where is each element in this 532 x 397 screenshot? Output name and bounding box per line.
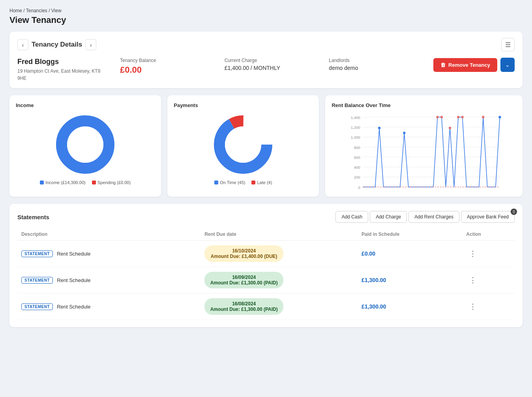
landlords-value: demo demo: [329, 65, 418, 71]
paid-in-schedule-value: £0.00: [362, 250, 375, 257]
spending-legend-dot: [92, 181, 96, 184]
ontime-legend-label: On Time (45): [220, 180, 245, 185]
row-action-menu[interactable]: ⋮: [466, 275, 480, 286]
tenancy-balance-value: £0.00: [120, 65, 209, 75]
breadcrumb: Home / Tenancies / View: [9, 8, 523, 13]
svg-point-23: [403, 132, 406, 134]
page-title: View Tenancy: [9, 15, 523, 25]
income-legend-dot: [40, 181, 44, 184]
row-action-menu[interactable]: ⋮: [466, 301, 480, 312]
ontime-legend-dot: [214, 181, 218, 184]
approve-bank-feed-button[interactable]: Approve Bank Feed: [461, 211, 515, 223]
landlords-label: Landlords: [329, 58, 418, 63]
payments-chart-card: Payments On Time (45) Late (: [167, 95, 319, 197]
tenancy-nav: ‹ Tenancy Details ›: [17, 39, 96, 50]
svg-point-22: [378, 127, 380, 129]
add-charge-button[interactable]: Add Charge: [370, 211, 407, 223]
charts-row: Income Income (£14,300.00) Spending (£0.…: [9, 95, 523, 197]
col-action-header: Action: [462, 228, 515, 241]
row-description: Rent Schedule: [57, 277, 90, 283]
svg-text:1,400: 1,400: [351, 115, 360, 120]
table-row: STATEMENT Rent Schedule 16/10/2024 Amoun…: [17, 241, 515, 267]
income-chart-card: Income Income (£14,300.00) Spending (£0.…: [9, 95, 161, 197]
rent-due-pill: 16/09/2024 Amount Due: £1,300.00 (PAID): [204, 272, 283, 288]
income-legend: Income (£14,300.00) Spending (£0.00): [40, 180, 131, 185]
col-description-header: Description: [17, 228, 200, 241]
rent-due-amount: Amount Due: £1,400.00 (DUE): [210, 254, 278, 259]
statements-card: Statements Add Cash Add Charge Add Rent …: [9, 204, 523, 327]
hamburger-icon: ☰: [505, 41, 511, 49]
rent-due-pill: 16/08/2024 Amount Due: £1,300.00 (PAID): [204, 298, 283, 315]
remove-tenancy-dropdown[interactable]: ⌄: [500, 58, 515, 72]
svg-text:0: 0: [358, 185, 360, 190]
payments-chart-title: Payments: [174, 102, 313, 108]
statements-title: Statements: [17, 214, 49, 220]
rent-due-date: 16/10/2024: [210, 248, 278, 254]
rent-due-date: 16/09/2024: [210, 275, 278, 280]
rent-due-date: 16/08/2024: [210, 301, 278, 307]
svg-text:200: 200: [354, 175, 360, 179]
rent-balance-chart: 1,400 1,200 1,000 800 600 400 200 0: [332, 113, 516, 192]
paid-in-schedule-value: £1,300.00: [362, 303, 386, 310]
svg-text:1,000: 1,000: [351, 135, 360, 139]
svg-text:800: 800: [354, 145, 360, 150]
rent-due-amount: Amount Due: £1,300.00 (PAID): [210, 307, 278, 312]
svg-point-30: [499, 116, 501, 118]
svg-point-5: [225, 126, 261, 163]
income-chart-title: Income: [16, 102, 155, 108]
rent-balance-title: Rent Balance Over Time: [332, 102, 516, 108]
tenant-name: Fred Bloggs: [17, 58, 104, 66]
svg-point-25: [440, 116, 443, 118]
svg-point-27: [457, 116, 459, 118]
statements-table: Description Rent Due date Paid in Schedu…: [17, 228, 515, 320]
late-legend-dot: [251, 181, 255, 184]
statement-badge: STATEMENT: [21, 303, 53, 310]
svg-point-24: [436, 116, 439, 118]
svg-point-2: [67, 126, 103, 163]
add-rent-charges-button[interactable]: Add Rent Charges: [408, 211, 459, 223]
statement-badge: STATEMENT: [21, 250, 53, 257]
income-donut-svg: [54, 113, 117, 176]
svg-point-26: [449, 127, 451, 129]
prev-tenancy-button[interactable]: ‹: [17, 39, 28, 50]
row-description: Rent Schedule: [57, 304, 90, 310]
svg-point-29: [482, 116, 485, 118]
rent-balance-chart-card: Rent Balance Over Time 1,400 1,200 1,000…: [325, 95, 523, 197]
tenancy-nav-title: Tenancy Details: [32, 41, 82, 49]
paid-in-schedule-value: £1,300.00: [362, 277, 386, 283]
svg-text:600: 600: [354, 155, 360, 160]
table-row: STATEMENT Rent Schedule 16/08/2024 Amoun…: [17, 294, 515, 320]
payments-donut-svg: [212, 113, 275, 176]
income-legend-label: Income (£14,300.00): [45, 180, 86, 185]
rent-balance-svg: 1,400 1,200 1,000 800 600 400 200 0: [332, 113, 516, 192]
current-charge-label: Current Charge: [225, 58, 313, 63]
remove-tenancy-button[interactable]: 🗑 Remove Tenancy: [433, 58, 497, 72]
row-description: Rent Schedule: [57, 251, 90, 257]
spending-legend-label: Spending (£0.00): [97, 180, 131, 185]
rent-due-amount: Amount Due: £1,300.00 (PAID): [210, 280, 278, 286]
svg-text:400: 400: [354, 165, 360, 169]
tenancy-menu-button[interactable]: ☰: [501, 38, 515, 51]
col-rent-due-header: Rent Due date: [200, 228, 358, 241]
table-row: STATEMENT Rent Schedule 16/09/2024 Amoun…: [17, 267, 515, 294]
payments-legend: On Time (45) Late (4): [214, 180, 272, 185]
row-action-menu[interactable]: ⋮: [466, 248, 480, 259]
col-paid-header: Paid in Schedule: [358, 228, 462, 241]
trash-icon: 🗑: [440, 62, 446, 68]
tenancy-balance-label: Tenancy Balance: [120, 58, 209, 63]
svg-point-28: [461, 116, 464, 118]
late-legend-label: Late (4): [257, 180, 272, 185]
tenancy-details-card: ‹ Tenancy Details › ☰ Fred Bloggs 19 Ham…: [9, 32, 523, 88]
rent-due-pill: 16/10/2024 Amount Due: £1,400.00 (DUE): [204, 245, 283, 262]
next-tenancy-button[interactable]: ›: [85, 39, 96, 50]
statement-badge: STATEMENT: [21, 277, 53, 284]
statements-actions: Add Cash Add Charge Add Rent Charges App…: [335, 211, 515, 223]
svg-text:1,200: 1,200: [351, 125, 360, 130]
add-cash-button[interactable]: Add Cash: [335, 211, 368, 223]
current-charge-value: £1,400.00 / MONTHLY: [225, 65, 313, 71]
bank-feed-badge: 0: [511, 209, 517, 215]
tenant-address: 19 Hampton Ct Ave, East Molesey, KT8 9HE: [17, 68, 104, 82]
